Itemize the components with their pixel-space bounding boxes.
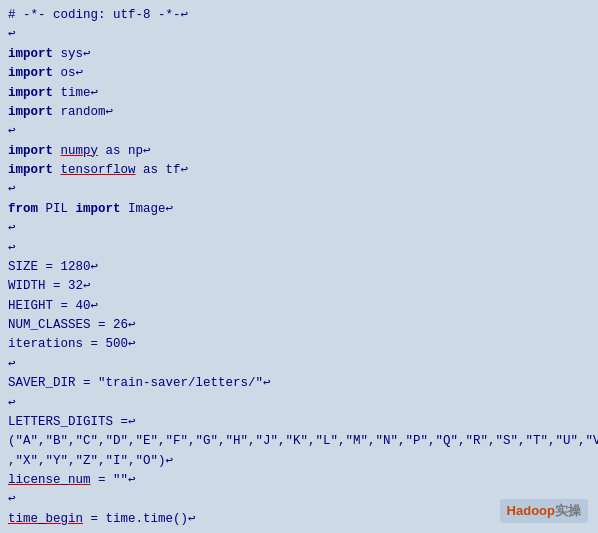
code-line-11: from PIL import Image↩ <box>8 200 590 219</box>
code-editor: # -*- coding: utf-8 -*-↩ ↩ import sys↩ i… <box>0 0 598 533</box>
code-line-5: import time↩ <box>8 84 590 103</box>
code-line-1: # -*- coding: utf-8 -*-↩ <box>8 6 590 25</box>
code-line-20: SAVER_DIR = "train-saver/letters/"↩ <box>8 374 590 393</box>
code-line-4: import os↩ <box>8 64 590 83</box>
code-line-6: import random↩ <box>8 103 590 122</box>
code-line-7: ↩ <box>8 122 590 141</box>
code-line-18: iterations = 500↩ <box>8 335 590 354</box>
code-line-2: ↩ <box>8 25 590 44</box>
code-line-12: ↩ <box>8 219 590 238</box>
code-line-13: ↩ <box>8 239 590 258</box>
code-line-9: import tensorflow as tf↩ <box>8 161 590 180</box>
logo-hadoop: Hadoop <box>507 503 555 518</box>
code-line-8: import numpy as np↩ <box>8 142 590 161</box>
logo-suffix: 实操 <box>555 503 581 518</box>
code-line-14: SIZE = 1280↩ <box>8 258 590 277</box>
code-line-3: import sys↩ <box>8 45 590 64</box>
watermark-logo: Hadoop实操 <box>500 499 588 523</box>
code-line-22: LETTERS_DIGITS =↩ <box>8 413 590 432</box>
code-line-25: license_num = ""↩ <box>8 471 590 490</box>
code-line-21: ↩ <box>8 394 590 413</box>
code-line-19: ↩ <box>8 355 590 374</box>
code-line-23: ("A","B","C","D","E","F","G","H","J","K"… <box>8 432 590 451</box>
code-line-10: ↩ <box>8 180 590 199</box>
code-line-16: HEIGHT = 40↩ <box>8 297 590 316</box>
code-line-15: WIDTH = 32↩ <box>8 277 590 296</box>
code-line-24: ,"X","Y","Z","I","O")↩ <box>8 452 590 471</box>
code-line-17: NUM_CLASSES = 26↩ <box>8 316 590 335</box>
code-line-28: ↩ <box>8 529 590 533</box>
